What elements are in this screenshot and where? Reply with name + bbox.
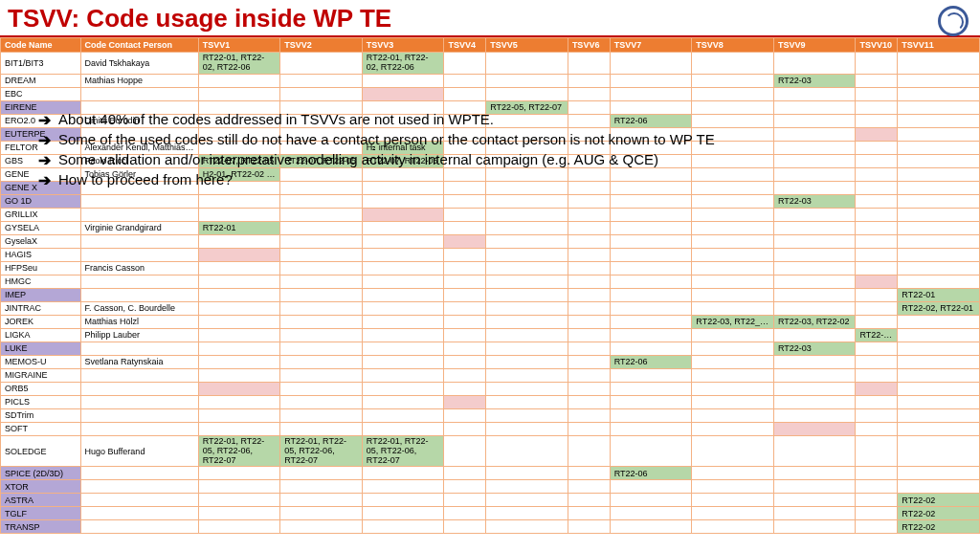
tsvv-cell — [856, 494, 898, 507]
tsvv-cell — [280, 395, 363, 408]
tsvv-cell — [610, 248, 692, 261]
tsvv-cell — [692, 408, 774, 422]
tsvv-cell — [486, 328, 568, 342]
code-name-cell: BIT1/BIT3 — [1, 53, 81, 75]
tsvv-cell — [486, 507, 568, 520]
tsvv-cell — [280, 261, 363, 275]
tsvv-cell — [280, 208, 363, 221]
tsvv-cell — [280, 467, 363, 480]
tsvv-cell — [444, 395, 486, 408]
tsvv-cell — [444, 288, 486, 301]
code-name-cell: MIGRAINE — [1, 368, 81, 382]
tsvv-cell — [856, 74, 898, 87]
tsvv-cell — [198, 275, 280, 288]
tsvv-cell — [610, 221, 692, 234]
code-name-cell: JINTRAC — [1, 301, 81, 315]
tsvv-cell — [692, 342, 774, 355]
tsvv-cell — [444, 507, 486, 520]
tsvv-cell — [444, 74, 486, 87]
tsvv-cell — [898, 248, 980, 261]
tsvv-cell — [898, 208, 980, 221]
tsvv-cell — [486, 301, 568, 315]
contact-cell: Philipp Lauber — [80, 328, 198, 342]
tsvv-cell — [898, 53, 980, 75]
tsvv-cell — [692, 74, 774, 87]
tsvv-cell — [568, 480, 610, 494]
bullet-text: How to proceed from here? — [58, 171, 233, 187]
table-row: HFPSeuFrancis Casson — [1, 261, 980, 275]
tsvv-cell — [362, 208, 444, 221]
tsvv-cell — [198, 520, 280, 534]
tsvv-cell — [198, 494, 280, 507]
tsvv-cell — [444, 221, 486, 234]
tsvv-cell — [856, 208, 898, 221]
page-title: TSVV: Code usage inside WP TE — [0, 0, 980, 37]
contact-cell — [80, 234, 198, 248]
tsvv-cell — [610, 382, 692, 395]
tsvv-cell — [198, 208, 280, 221]
contact-cell — [80, 275, 198, 288]
tsvv-cell — [568, 494, 610, 507]
contact-cell — [80, 467, 198, 480]
tsvv-cell — [198, 507, 280, 520]
tsvv-cell — [856, 422, 898, 435]
tsvv-cell — [568, 234, 610, 248]
tsvv-cell — [280, 422, 363, 435]
tsvv-cell — [898, 315, 980, 328]
tsvv-cell — [610, 74, 692, 87]
contact-cell: David Tskhakaya — [80, 53, 198, 75]
contact-cell: Virginie Grandgirard — [80, 221, 198, 234]
tsvv-cell — [444, 248, 486, 261]
tsvv-cell — [773, 408, 856, 422]
tsvv-cell — [280, 74, 363, 87]
tsvv-cell — [898, 480, 980, 494]
tsvv-cell — [280, 520, 363, 534]
tsvv-cell — [568, 194, 610, 208]
tsvv-cell — [198, 382, 280, 395]
tsvv-cell — [198, 248, 280, 261]
tsvv-cell — [898, 382, 980, 395]
col-header: Code Contact Person — [80, 38, 198, 53]
tsvv-cell — [610, 328, 692, 342]
tsvv-cell — [568, 520, 610, 534]
tsvv-cell — [856, 53, 898, 75]
tsvv-cell — [568, 288, 610, 301]
tsvv-cell — [486, 467, 568, 480]
tsvv-cell — [692, 467, 774, 480]
tsvv-cell — [362, 301, 444, 315]
tsvv-cell — [610, 275, 692, 288]
table-row: GYSELAVirginie GrandgirardRT22-01 — [1, 221, 980, 234]
tsvv-cell — [692, 395, 774, 408]
tsvv-cell — [898, 194, 980, 208]
tsvv-cell — [568, 435, 610, 467]
tsvv-cell — [486, 248, 568, 261]
table-row: MEMOS-USvetlana RatynskaiaRT22-06 — [1, 355, 980, 368]
contact-cell: Svetlana Ratynskaia — [80, 355, 198, 368]
tsvv-cell — [692, 507, 774, 520]
tsvv-cell — [692, 520, 774, 534]
code-name-cell: PICLS — [1, 395, 81, 408]
tsvv-cell — [692, 355, 774, 368]
tsvv-cell — [898, 355, 980, 368]
col-header: TSVV8 — [692, 38, 774, 53]
tsvv-cell — [198, 301, 280, 315]
tsvv-cell: RT22-03 — [773, 74, 856, 87]
contact-cell — [80, 194, 198, 208]
tsvv-cell — [692, 368, 774, 382]
tsvv-cell — [568, 382, 610, 395]
col-header: TSVV9 — [773, 38, 856, 53]
tsvv-cell — [280, 368, 363, 382]
contact-cell — [80, 208, 198, 221]
tsvv-cell — [773, 435, 856, 467]
tsvv-cell — [610, 53, 692, 75]
arrow-icon: ➔ — [38, 151, 51, 169]
tsvv-cell — [362, 315, 444, 328]
tsvv-cell — [856, 261, 898, 275]
tsvv-cell — [692, 234, 774, 248]
code-name-cell: JOREK — [1, 315, 81, 328]
tsvv-cell — [773, 422, 856, 435]
table-row: TRANSPRT22-02 — [1, 520, 980, 534]
tsvv-cell — [898, 74, 980, 87]
tsvv-cell — [610, 368, 692, 382]
tsvv-cell — [692, 53, 774, 75]
